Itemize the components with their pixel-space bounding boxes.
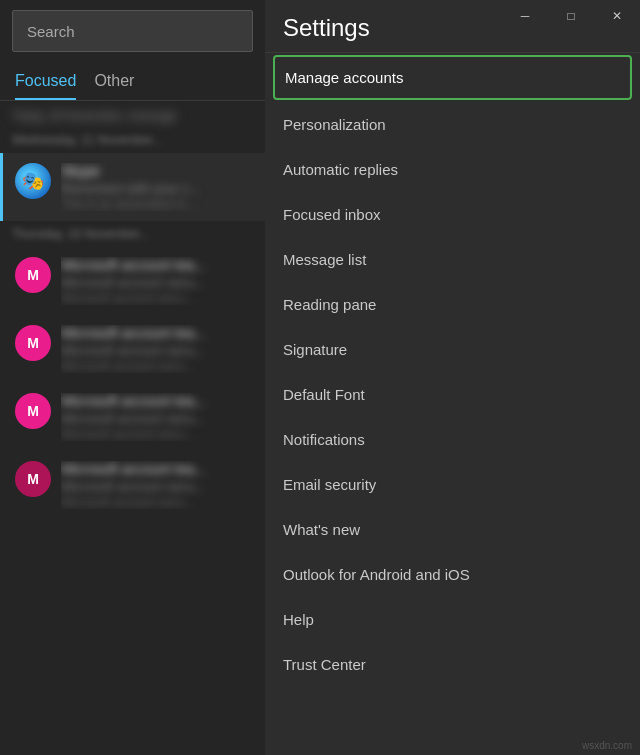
email-subject: Microsoft account secu... bbox=[61, 411, 253, 426]
close-button[interactable]: ✕ bbox=[594, 0, 640, 32]
email-list: Today, 30 November, message Wednesday, 1… bbox=[0, 101, 265, 755]
settings-item-whats-new[interactable]: What's new bbox=[265, 507, 640, 552]
settings-item-signature[interactable]: Signature bbox=[265, 327, 640, 372]
date-separator-thu: Thursday, 10 November... bbox=[0, 221, 265, 247]
settings-title: Settings bbox=[283, 14, 370, 42]
inbox-tabs: Focused Other bbox=[0, 62, 265, 101]
avatar: M bbox=[15, 393, 51, 429]
search-label: Search bbox=[27, 23, 75, 40]
email-preview: This is an automated m... bbox=[61, 197, 253, 211]
email-list-panel: Search Focused Other Today, 30 November,… bbox=[0, 0, 265, 755]
tab-focused[interactable]: Focused bbox=[15, 62, 76, 100]
email-subject: Microsoft account secu... bbox=[61, 275, 253, 290]
maximize-button[interactable]: □ bbox=[548, 0, 594, 32]
tab-other[interactable]: Other bbox=[94, 62, 134, 100]
minimize-button[interactable]: ─ bbox=[502, 0, 548, 32]
email-item[interactable]: M Microsoft account tea... Microsoft acc… bbox=[0, 247, 265, 315]
settings-item-help[interactable]: Help bbox=[265, 597, 640, 642]
settings-item-manage-accounts[interactable]: Manage accounts bbox=[275, 57, 630, 98]
settings-list: Manage accounts Personalization Automati… bbox=[265, 53, 640, 755]
settings-item-trust-center[interactable]: Trust Center bbox=[265, 642, 640, 687]
email-preview: Microsoft account secu... bbox=[61, 495, 253, 509]
email-content: Microsoft account tea... Microsoft accou… bbox=[61, 325, 253, 373]
avatar: M bbox=[15, 325, 51, 361]
settings-item-outlook-android-ios[interactable]: Outlook for Android and iOS bbox=[265, 552, 640, 597]
email-preview: Microsoft account secu... bbox=[61, 359, 253, 373]
email-sender: Microsoft account tea... bbox=[61, 325, 253, 341]
avatar: M bbox=[15, 257, 51, 293]
settings-item-reading-pane[interactable]: Reading pane bbox=[265, 282, 640, 327]
date-separator-wed: Wednesday, 11 November... bbox=[0, 127, 265, 153]
avatar: M bbox=[15, 461, 51, 497]
search-bar[interactable]: Search bbox=[12, 10, 253, 52]
email-sender: Microsoft account tea... bbox=[61, 461, 253, 477]
manage-accounts-highlight: Manage accounts bbox=[273, 55, 632, 100]
settings-item-personalization[interactable]: Personalization bbox=[265, 102, 640, 147]
email-sender: Skype bbox=[61, 163, 253, 179]
email-sender: Microsoft account tea... bbox=[61, 257, 253, 273]
email-subject: Reconnect with your c... bbox=[61, 181, 253, 196]
email-item[interactable]: 🎭 Skype Reconnect with your c... This is… bbox=[0, 153, 265, 221]
settings-item-focused-inbox[interactable]: Focused inbox bbox=[265, 192, 640, 237]
settings-item-automatic-replies[interactable]: Automatic replies bbox=[265, 147, 640, 192]
email-content: Microsoft account tea... Microsoft accou… bbox=[61, 461, 253, 509]
email-content: Skype Reconnect with your c... This is a… bbox=[61, 163, 253, 211]
email-subject: Microsoft account secu... bbox=[61, 479, 253, 494]
settings-panel: Settings Manage accounts Personalization… bbox=[265, 0, 640, 755]
watermark: wsxdn.com bbox=[582, 740, 632, 751]
email-item[interactable]: M Microsoft account tea... Microsoft acc… bbox=[0, 451, 265, 519]
settings-item-notifications[interactable]: Notifications bbox=[265, 417, 640, 462]
email-preview: Microsoft account secu... bbox=[61, 291, 253, 305]
email-content: Microsoft account tea... Microsoft accou… bbox=[61, 257, 253, 305]
window-chrome: ─ □ ✕ bbox=[502, 0, 640, 32]
email-item[interactable]: M Microsoft account tea... Microsoft acc… bbox=[0, 315, 265, 383]
email-content: Microsoft account tea... Microsoft accou… bbox=[61, 393, 253, 441]
email-sender: Microsoft account tea... bbox=[61, 393, 253, 409]
email-subject: Microsoft account secu... bbox=[61, 343, 253, 358]
avatar: 🎭 bbox=[15, 163, 51, 199]
settings-item-email-security[interactable]: Email security bbox=[265, 462, 640, 507]
email-item[interactable]: M Microsoft account tea... Microsoft acc… bbox=[0, 383, 265, 451]
email-preview: Microsoft account secu... bbox=[61, 427, 253, 441]
settings-item-message-list[interactable]: Message list bbox=[265, 237, 640, 282]
section-label-today: Today, 30 November, message bbox=[0, 101, 265, 127]
settings-item-default-font[interactable]: Default Font bbox=[265, 372, 640, 417]
